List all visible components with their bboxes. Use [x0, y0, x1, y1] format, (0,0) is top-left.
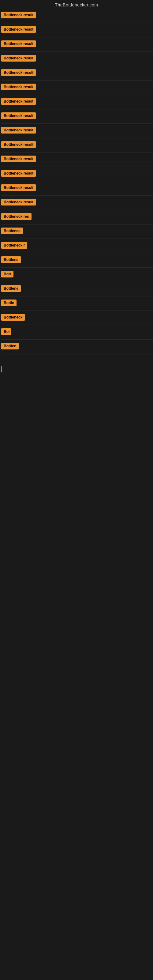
- bar-row-15: Bottlenec: [1, 224, 153, 239]
- bar-row-8: Bottleneck result: [1, 124, 153, 138]
- bottleneck-bar-18[interactable]: Bott: [1, 271, 13, 277]
- bottleneck-bar-19[interactable]: Bottlene: [1, 285, 21, 292]
- bar-row-14: Bottleneck res: [1, 210, 153, 224]
- bar-row-17: Bottlene: [1, 253, 153, 268]
- bar-row-16: Bottleneck r: [1, 239, 153, 253]
- bar-row-5: Bottleneck result: [1, 81, 153, 95]
- bottleneck-bar-17[interactable]: Bottlene: [1, 256, 21, 263]
- bottleneck-bar-15[interactable]: Bottlenec: [1, 228, 23, 234]
- bottleneck-bar-1[interactable]: Bottleneck result: [1, 26, 36, 33]
- bottleneck-bar-16[interactable]: Bottleneck r: [1, 242, 27, 249]
- bar-row-2: Bottleneck result: [1, 37, 153, 52]
- bottleneck-bar-6[interactable]: Bottleneck result: [1, 98, 36, 105]
- bottleneck-bar-3[interactable]: Bottleneck result: [1, 55, 36, 62]
- bottleneck-bar-20[interactable]: Bottle: [1, 299, 16, 306]
- bar-row-7: Bottleneck result: [1, 109, 153, 124]
- bar-row-4: Bottleneck result: [1, 66, 153, 81]
- bottleneck-bar-10[interactable]: Bottleneck result: [1, 156, 36, 162]
- bar-row-1: Bottleneck result: [1, 23, 153, 37]
- bar-row-23: Bottlen: [1, 340, 153, 354]
- bottleneck-bar-23[interactable]: Bottlen: [1, 343, 19, 350]
- bottleneck-bar-21[interactable]: Bottleneck: [1, 314, 25, 321]
- bottleneck-bar-9[interactable]: Bottleneck result: [1, 141, 36, 148]
- bar-row-21: Bottleneck: [1, 311, 153, 325]
- bottleneck-bar-22[interactable]: Boi: [1, 328, 11, 335]
- bar-row-12: Bottleneck result: [1, 181, 153, 196]
- bottleneck-bar-4[interactable]: Bottleneck result: [1, 69, 36, 76]
- bottleneck-bar-0[interactable]: Bottleneck result: [1, 12, 36, 18]
- bottleneck-bar-14[interactable]: Bottleneck res: [1, 213, 32, 220]
- bar-row-6: Bottleneck result: [1, 95, 153, 109]
- bar-row-19: Bottlene: [1, 282, 153, 296]
- bar-row-13: Bottleneck result: [1, 196, 153, 210]
- bottleneck-bar-11[interactable]: Bottleneck result: [1, 170, 36, 177]
- bar-row-11: Bottleneck result: [1, 167, 153, 181]
- bar-row-0: Bottleneck result: [1, 9, 153, 23]
- bottleneck-bar-7[interactable]: Bottleneck result: [1, 112, 36, 119]
- bar-row-18: Bott: [1, 268, 153, 282]
- bottleneck-bar-8[interactable]: Bottleneck result: [1, 127, 36, 134]
- bar-row-22: Boi: [1, 325, 153, 340]
- cursor-line: [1, 366, 2, 372]
- bar-row-3: Bottleneck result: [1, 52, 153, 66]
- bottleneck-bar-13[interactable]: Bottleneck result: [1, 199, 36, 205]
- bottleneck-bar-12[interactable]: Bottleneck result: [1, 185, 36, 191]
- site-title: TheBottlenecker.com: [0, 0, 153, 9]
- bottleneck-bar-5[interactable]: Bottleneck result: [1, 84, 36, 90]
- bar-row-9: Bottleneck result: [1, 138, 153, 153]
- bar-row-20: Bottle: [1, 296, 153, 311]
- bar-row-10: Bottleneck result: [1, 153, 153, 167]
- bottleneck-bar-2[interactable]: Bottleneck result: [1, 40, 36, 47]
